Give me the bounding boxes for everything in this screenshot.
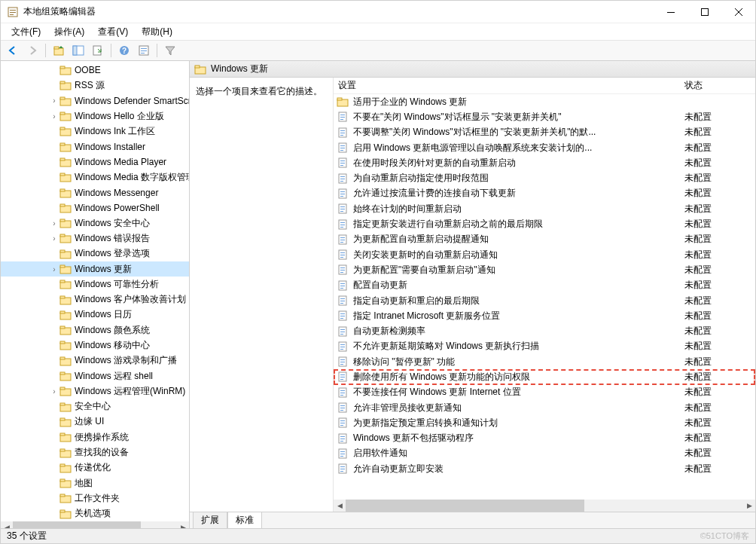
setting-row[interactable]: 启用软件通知未配置 [334,446,755,461]
scroll-right-button[interactable]: ▶ [743,500,755,512]
help-button[interactable]: ? [115,41,133,60]
export-button[interactable] [89,41,107,60]
tree-item[interactable]: Windows 登录选项 [1,246,190,261]
tree-item[interactable]: Windows 移动中心 [1,338,190,353]
tree-item[interactable]: Windows 颜色系统 [1,322,190,338]
column-setting[interactable]: 设置 [334,79,680,92]
tree-item[interactable]: Windows 游戏录制和广播 [1,353,190,368]
setting-row[interactable]: Windows 更新不包括驱动程序未配置 [334,431,755,446]
tree-item[interactable]: RSS 源 [1,78,190,93]
setting-row[interactable]: 在使用时段关闭针对更新的自动重新启动未配置 [334,155,755,170]
scroll-right-button[interactable]: ▶ [177,521,189,528]
setting-row[interactable]: 允许自动更新立即安装未配置 [334,461,755,476]
menu-action[interactable]: 操作(A) [48,24,90,40]
tree-expander-icon[interactable]: › [49,233,59,243]
properties-button[interactable] [135,41,153,60]
tree-item[interactable]: Windows PowerShell [1,200,190,215]
tree-item[interactable]: Windows Messenger [1,185,190,200]
tree-item[interactable]: 工作文件夹 [1,491,190,506]
tree-item[interactable]: ›Windows Defender SmartScreen [1,93,190,108]
svg-rect-156 [340,395,343,396]
close-button[interactable] [721,1,755,23]
tree-item[interactable]: 安全中心 [1,399,190,414]
tree-item[interactable]: 便携操作系统 [1,429,190,445]
minimize-button[interactable] [654,1,687,23]
show-hide-tree-button[interactable] [69,41,87,60]
window: 本地组策略编辑器 文件(F) 操作(A) 查看(V) 帮助(H) ? OOBER… [0,0,756,544]
tree-item[interactable]: Windows Installer [1,139,190,154]
tree-item[interactable]: Windows 远程 shell [1,368,190,384]
setting-row[interactable]: 允许非管理员接收更新通知未配置 [334,400,755,415]
setting-row[interactable]: 删除使用所有 Windows 更新功能的访问权限未配置 [334,369,755,384]
folder-icon [59,355,72,367]
svg-rect-82 [340,115,345,115]
setting-row[interactable]: 配置自动更新未配置 [334,278,755,293]
settings-hscrollbar[interactable]: ◀ ▶ [334,500,755,512]
setting-row[interactable]: 启用 Windows 更新电源管理以自动唤醒系统来安装计划的...未配置 [334,140,755,155]
setting-row[interactable]: 不要连接任何 Windows 更新 Internet 位置未配置 [334,385,755,400]
tree-expander-icon[interactable]: › [49,264,59,274]
tree-item[interactable]: Windows Media 数字版权管理 [1,170,190,185]
setting-row[interactable]: 关闭安装更新时的自动重新启动通知未配置 [334,247,755,262]
setting-status: 未配置 [680,325,755,338]
tree-item[interactable]: 查找我的设备 [1,445,190,460]
tree-expander-icon[interactable]: › [49,96,59,106]
tree-item[interactable]: 传递优化 [1,460,190,475]
tree-item[interactable]: Windows Ink 工作区 [1,124,190,139]
tree-item[interactable]: 关机选项 [1,506,190,521]
tree-item[interactable]: OOBE [1,63,190,78]
setting-row[interactable]: 为更新配置自动重新启动提醒通知未配置 [334,232,755,247]
tree-item[interactable]: ›Windows 错误报告 [1,231,190,246]
menu-view[interactable]: 查看(V) [92,24,134,40]
svg-rect-116 [340,242,343,243]
up-button[interactable] [50,41,68,60]
scroll-left-button[interactable]: ◀ [334,500,346,512]
setting-row[interactable]: 自动更新检测频率未配置 [334,323,755,338]
maximize-button[interactable] [687,1,721,23]
tree-item[interactable]: 边缘 UI [1,414,190,429]
setting-status: 未配置 [680,264,755,277]
scroll-left-button[interactable]: ◀ [1,521,13,528]
tree-item-label: Windows 登录选项 [75,247,150,260]
setting-row[interactable]: 不允许更新延期策略对 Windows 更新执行扫描未配置 [334,339,755,354]
tree-hscrollbar[interactable]: ◀ ▶ [1,521,189,528]
tree-item[interactable]: ›Windows 远程管理(WinRM) [1,384,190,399]
setting-row[interactable]: 指定 Intranet Microsoft 更新服务位置未配置 [334,308,755,323]
tree-expander-icon[interactable]: › [49,386,59,396]
tree-item[interactable]: ›Windows 安全中心 [1,215,190,231]
setting-row[interactable]: 始终在计划的时间重新启动未配置 [334,201,755,216]
tab-extended[interactable]: 扩展 [193,512,227,528]
tree-expander-icon[interactable]: › [49,218,59,228]
setting-row[interactable]: 允许通过按流量计费的连接自动下载更新未配置 [334,186,755,201]
tree-item[interactable]: Windows 客户体验改善计划 [1,292,190,307]
svg-rect-124 [340,272,343,273]
back-button[interactable] [4,41,22,60]
tab-standard[interactable]: 标准 [227,512,262,528]
menu-file[interactable]: 文件(F) [5,24,47,40]
svg-rect-20 [60,81,65,84]
tree-item[interactable]: Windows Media Player [1,154,190,170]
tree-item[interactable]: 地图 [1,475,190,491]
forward-button[interactable] [23,41,41,60]
setting-row[interactable]: 不要调整"关闭 Windows"对话框里的 "安装更新并关机"的默...未配置 [334,125,755,140]
menu-help[interactable]: 帮助(H) [136,24,178,40]
tree-expander-icon[interactable]: › [49,111,59,121]
column-status[interactable]: 状态 [680,79,755,92]
setting-row[interactable]: 移除访问 "暂停更新" 功能未配置 [334,354,755,369]
setting-row[interactable]: 适用于企业的 Windows 更新 [334,94,755,109]
setting-row[interactable]: 为自动重新启动指定使用时段范围未配置 [334,170,755,185]
svg-rect-24 [60,112,65,115]
setting-row[interactable]: 指定自动更新和重启的最后期限未配置 [334,293,755,308]
setting-row[interactable]: 为更新配置"需要自动重新启动"通知未配置 [334,262,755,277]
svg-rect-138 [340,329,345,330]
tree-item[interactable]: Windows 可靠性分析 [1,277,190,292]
tree-item[interactable]: ›Windows 更新 [1,261,190,277]
filter-button[interactable] [161,41,179,60]
tree-item[interactable]: Windows 日历 [1,307,190,322]
tree-item[interactable]: ›Windows Hello 企业版 [1,108,190,124]
setting-row[interactable]: 为更新指定预定重启转换和通知计划未配置 [334,415,755,430]
svg-rect-60 [60,387,65,390]
setting-row[interactable]: 指定更新安装进行自动重新启动之前的最后期限未配置 [334,216,755,231]
svg-rect-66 [60,433,65,436]
setting-row[interactable]: 不要在"关闭 Windows"对话框显示 "安装更新并关机"未配置 [334,109,755,124]
